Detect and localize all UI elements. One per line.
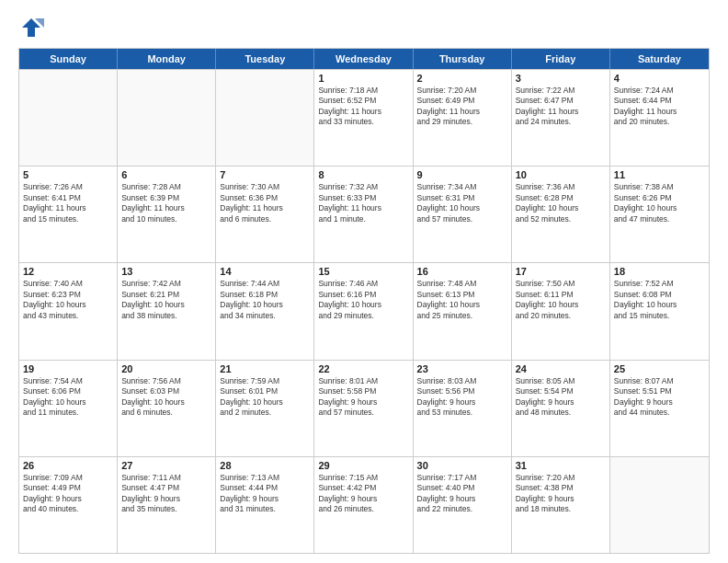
day-cell-26: 26Sunrise: 7:09 AM Sunset: 4:49 PM Dayli… [19, 457, 118, 553]
day-cell-23: 23Sunrise: 8:03 AM Sunset: 5:56 PM Dayli… [414, 361, 512, 456]
day-info: Sunrise: 7:34 AM Sunset: 6:31 PM Dayligh… [417, 182, 507, 224]
day-cell-9: 9Sunrise: 7:34 AM Sunset: 6:31 PM Daylig… [414, 167, 512, 262]
calendar-row-0: 1Sunrise: 7:18 AM Sunset: 6:52 PM Daylig… [19, 69, 709, 166]
day-info: Sunrise: 7:54 AM Sunset: 6:06 PM Dayligh… [23, 376, 113, 419]
weekday-header-saturday: Saturday [610, 49, 709, 69]
calendar-row-1: 5Sunrise: 7:26 AM Sunset: 6:41 PM Daylig… [19, 166, 709, 262]
day-info: Sunrise: 7:13 AM Sunset: 4:44 PM Dayligh… [220, 473, 310, 515]
day-info: Sunrise: 7:56 AM Sunset: 6:03 PM Dayligh… [121, 376, 211, 419]
day-number: 5 [23, 169, 113, 180]
day-info: Sunrise: 7:28 AM Sunset: 6:39 PM Dayligh… [121, 182, 211, 224]
day-info: Sunrise: 7:32 AM Sunset: 6:33 PM Dayligh… [318, 182, 408, 224]
day-info: Sunrise: 7:42 AM Sunset: 6:21 PM Dayligh… [121, 279, 211, 321]
day-number: 15 [318, 266, 408, 277]
day-number: 17 [516, 266, 606, 277]
day-cell-13: 13Sunrise: 7:42 AM Sunset: 6:21 PM Dayli… [118, 263, 216, 359]
header [18, 15, 710, 40]
empty-cell [19, 70, 118, 166]
logo [18, 15, 48, 40]
day-info: Sunrise: 7:36 AM Sunset: 6:28 PM Dayligh… [516, 182, 606, 224]
calendar-row-4: 26Sunrise: 7:09 AM Sunset: 4:49 PM Dayli… [19, 456, 709, 553]
day-info: Sunrise: 7:24 AM Sunset: 6:44 PM Dayligh… [614, 86, 705, 128]
day-info: Sunrise: 7:20 AM Sunset: 6:49 PM Dayligh… [417, 86, 507, 128]
day-info: Sunrise: 7:52 AM Sunset: 6:08 PM Dayligh… [614, 279, 705, 321]
day-number: 13 [121, 266, 211, 277]
calendar: SundayMondayTuesdayWednesdayThursdayFrid… [18, 48, 710, 554]
day-cell-28: 28Sunrise: 7:13 AM Sunset: 4:44 PM Dayli… [216, 457, 314, 553]
day-info: Sunrise: 7:59 AM Sunset: 6:01 PM Dayligh… [220, 376, 310, 419]
day-number: 18 [614, 266, 705, 277]
day-info: Sunrise: 7:18 AM Sunset: 6:52 PM Dayligh… [318, 86, 408, 128]
weekday-header-wednesday: Wednesday [314, 49, 413, 69]
day-cell-14: 14Sunrise: 7:44 AM Sunset: 6:18 PM Dayli… [216, 263, 314, 359]
empty-cell [118, 70, 216, 166]
day-number: 9 [417, 169, 507, 180]
day-cell-7: 7Sunrise: 7:30 AM Sunset: 6:36 PM Daylig… [216, 167, 314, 262]
day-info: Sunrise: 7:22 AM Sunset: 6:47 PM Dayligh… [516, 86, 606, 128]
day-cell-10: 10Sunrise: 7:36 AM Sunset: 6:28 PM Dayli… [512, 167, 610, 262]
day-cell-27: 27Sunrise: 7:11 AM Sunset: 4:47 PM Dayli… [118, 457, 216, 553]
day-info: Sunrise: 7:11 AM Sunset: 4:47 PM Dayligh… [121, 473, 211, 515]
day-info: Sunrise: 7:40 AM Sunset: 6:23 PM Dayligh… [23, 279, 113, 321]
day-number: 7 [220, 169, 310, 180]
calendar-body: 1Sunrise: 7:18 AM Sunset: 6:52 PM Daylig… [19, 69, 709, 553]
day-cell-4: 4Sunrise: 7:24 AM Sunset: 6:44 PM Daylig… [610, 70, 709, 166]
day-number: 8 [318, 169, 408, 180]
day-cell-5: 5Sunrise: 7:26 AM Sunset: 6:41 PM Daylig… [19, 167, 118, 262]
day-number: 3 [516, 73, 606, 84]
day-number: 2 [417, 73, 507, 84]
day-number: 6 [121, 169, 211, 180]
day-info: Sunrise: 7:15 AM Sunset: 4:42 PM Dayligh… [318, 473, 408, 515]
day-cell-17: 17Sunrise: 7:50 AM Sunset: 6:11 PM Dayli… [512, 263, 610, 359]
weekday-header-thursday: Thursday [414, 49, 512, 69]
day-cell-8: 8Sunrise: 7:32 AM Sunset: 6:33 PM Daylig… [314, 167, 413, 262]
day-cell-2: 2Sunrise: 7:20 AM Sunset: 6:49 PM Daylig… [414, 70, 512, 166]
weekday-header-friday: Friday [512, 49, 610, 69]
calendar-header: SundayMondayTuesdayWednesdayThursdayFrid… [19, 49, 709, 69]
day-number: 10 [516, 169, 606, 180]
day-number: 20 [121, 363, 211, 374]
day-info: Sunrise: 7:44 AM Sunset: 6:18 PM Dayligh… [220, 279, 310, 321]
day-number: 12 [23, 266, 113, 277]
weekday-header-tuesday: Tuesday [216, 49, 314, 69]
day-info: Sunrise: 7:26 AM Sunset: 6:41 PM Dayligh… [23, 182, 113, 224]
day-number: 27 [121, 460, 211, 471]
day-number: 30 [417, 460, 507, 471]
day-number: 16 [417, 266, 507, 277]
day-cell-25: 25Sunrise: 8:07 AM Sunset: 5:51 PM Dayli… [610, 361, 709, 456]
day-cell-22: 22Sunrise: 8:01 AM Sunset: 5:58 PM Dayli… [314, 361, 413, 456]
empty-cell [216, 70, 314, 166]
day-number: 29 [318, 460, 408, 471]
day-cell-3: 3Sunrise: 7:22 AM Sunset: 6:47 PM Daylig… [512, 70, 610, 166]
day-number: 14 [220, 266, 310, 277]
calendar-row-2: 12Sunrise: 7:40 AM Sunset: 6:23 PM Dayli… [19, 262, 709, 359]
day-info: Sunrise: 8:03 AM Sunset: 5:56 PM Dayligh… [417, 376, 507, 419]
day-cell-18: 18Sunrise: 7:52 AM Sunset: 6:08 PM Dayli… [610, 263, 709, 359]
page: SundayMondayTuesdayWednesdayThursdayFrid… [0, 0, 728, 563]
day-cell-15: 15Sunrise: 7:46 AM Sunset: 6:16 PM Dayli… [314, 263, 413, 359]
day-info: Sunrise: 7:09 AM Sunset: 4:49 PM Dayligh… [23, 473, 113, 515]
day-cell-24: 24Sunrise: 8:05 AM Sunset: 5:54 PM Dayli… [512, 361, 610, 456]
day-number: 26 [23, 460, 113, 471]
day-number: 24 [516, 363, 606, 374]
day-cell-21: 21Sunrise: 7:59 AM Sunset: 6:01 PM Dayli… [216, 361, 314, 456]
day-cell-1: 1Sunrise: 7:18 AM Sunset: 6:52 PM Daylig… [314, 70, 413, 166]
day-info: Sunrise: 7:46 AM Sunset: 6:16 PM Dayligh… [318, 279, 408, 321]
weekday-header-monday: Monday [118, 49, 216, 69]
day-cell-6: 6Sunrise: 7:28 AM Sunset: 6:39 PM Daylig… [118, 167, 216, 262]
day-number: 4 [614, 73, 705, 84]
day-info: Sunrise: 7:20 AM Sunset: 4:38 PM Dayligh… [516, 473, 606, 515]
day-info: Sunrise: 7:30 AM Sunset: 6:36 PM Dayligh… [220, 182, 310, 224]
day-info: Sunrise: 7:50 AM Sunset: 6:11 PM Dayligh… [516, 279, 606, 321]
day-cell-19: 19Sunrise: 7:54 AM Sunset: 6:06 PM Dayli… [19, 361, 118, 456]
day-info: Sunrise: 8:07 AM Sunset: 5:51 PM Dayligh… [614, 376, 705, 419]
day-number: 11 [614, 169, 705, 180]
day-info: Sunrise: 7:48 AM Sunset: 6:13 PM Dayligh… [417, 279, 507, 321]
day-cell-16: 16Sunrise: 7:48 AM Sunset: 6:13 PM Dayli… [414, 263, 512, 359]
day-number: 21 [220, 363, 310, 374]
day-cell-20: 20Sunrise: 7:56 AM Sunset: 6:03 PM Dayli… [118, 361, 216, 456]
day-number: 23 [417, 363, 507, 374]
day-info: Sunrise: 7:38 AM Sunset: 6:26 PM Dayligh… [614, 182, 705, 224]
day-number: 28 [220, 460, 310, 471]
day-info: Sunrise: 7:17 AM Sunset: 4:40 PM Dayligh… [417, 473, 507, 515]
